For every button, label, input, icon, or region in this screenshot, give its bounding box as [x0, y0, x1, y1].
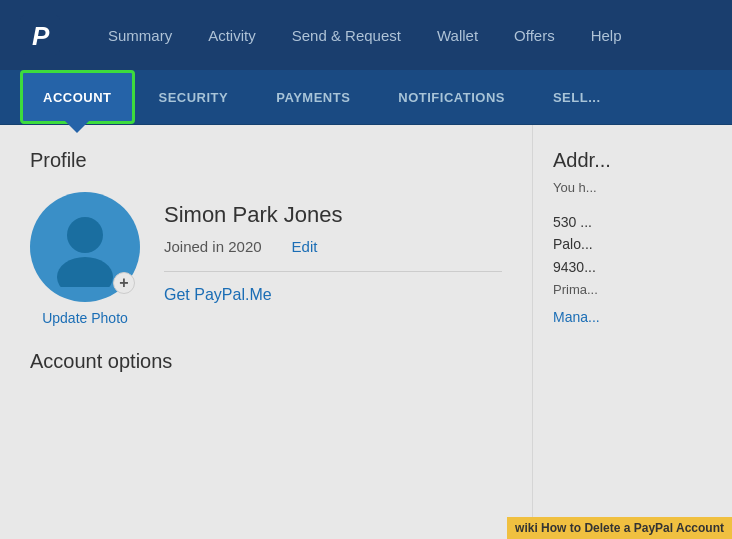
avatar: +	[30, 192, 140, 302]
avatar-silhouette-icon	[45, 207, 125, 287]
svg-text:P: P	[32, 21, 50, 51]
joined-text: Joined in 2020	[164, 238, 262, 255]
nav-item-wallet[interactable]: Wallet	[419, 0, 496, 70]
joined-row: Joined in 2020 Edit	[164, 238, 502, 255]
left-panel: Profile + Update Photo Simon Park Jones	[0, 125, 532, 539]
update-photo-link[interactable]: Update Photo	[42, 310, 128, 326]
nav-item-help[interactable]: Help	[573, 0, 640, 70]
profile-divider	[164, 271, 502, 272]
right-panel-title: Addr...	[553, 149, 712, 172]
edit-link[interactable]: Edit	[292, 238, 318, 255]
right-panel-subtitle: You h...	[553, 180, 712, 195]
sub-nav-sell[interactable]: SELL...	[529, 70, 625, 124]
manage-link[interactable]: Mana...	[553, 309, 712, 325]
right-panel: Addr... You h... 530 ... Palo... 9430...…	[532, 125, 732, 539]
nav-item-summary[interactable]: Summary	[90, 0, 190, 70]
sub-nav-payments[interactable]: PAYMENTS	[252, 70, 374, 124]
sub-nav-security[interactable]: SECURITY	[135, 70, 253, 124]
address-line3: 9430...	[553, 256, 712, 278]
sub-nav-notifications[interactable]: NOTIFICATIONS	[374, 70, 529, 124]
paypal-logo[interactable]: P	[20, 15, 60, 55]
nav-item-activity[interactable]: Activity	[190, 0, 274, 70]
top-navigation: P Summary Activity Send & Request Wallet…	[0, 0, 732, 70]
paypalme-link[interactable]: Get PayPal.Me	[164, 286, 272, 303]
profile-info: Simon Park Jones Joined in 2020 Edit Get…	[164, 192, 502, 304]
nav-item-send-request[interactable]: Send & Request	[274, 0, 419, 70]
nav-item-offers[interactable]: Offers	[496, 0, 573, 70]
avatar-plus-button[interactable]: +	[113, 272, 135, 294]
wiki-badge: wiki How to Delete a PayPal Account	[507, 517, 732, 539]
svg-point-2	[67, 217, 103, 253]
address-line2: Palo...	[553, 233, 712, 255]
sub-nav-account[interactable]: ACCOUNT	[20, 70, 135, 124]
primary-label: Prima...	[553, 282, 712, 297]
avatar-container: + Update Photo	[30, 192, 140, 326]
account-options-title: Account options	[30, 350, 502, 373]
profile-section: + Update Photo Simon Park Jones Joined i…	[30, 192, 502, 326]
sub-navigation: ACCOUNT SECURITY PAYMENTS NOTIFICATIONS …	[0, 70, 732, 125]
svg-point-3	[57, 257, 113, 287]
user-name: Simon Park Jones	[164, 202, 502, 228]
main-content: Profile + Update Photo Simon Park Jones	[0, 125, 732, 539]
profile-section-title: Profile	[30, 149, 502, 172]
address-line1: 530 ...	[553, 211, 712, 233]
top-nav-items: Summary Activity Send & Request Wallet O…	[90, 0, 640, 70]
